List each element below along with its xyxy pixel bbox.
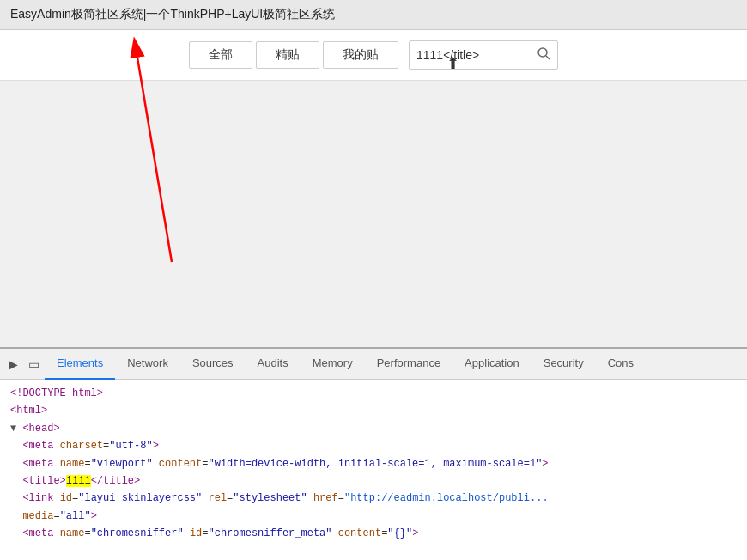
tab-security[interactable]: Security <box>531 349 596 380</box>
devtools-panel: ▶ ▭ Elements Network Sources Audits Memo… <box>0 347 747 560</box>
devtools-mobile-icon[interactable]: ▭ <box>23 354 45 374</box>
tab-sources[interactable]: Sources <box>180 349 246 380</box>
code-line-html: <html> <box>0 402 747 419</box>
code-line-meta-charset: <meta charset="utf-8"> <box>0 437 747 454</box>
code-line-media: media="all"> <box>0 508 747 525</box>
browser-title-bar: EasyAdmin极简社区系统|一个ThinkPHP+LayUI极简社区系统 <box>0 0 747 30</box>
devtools-tab-bar: ▶ ▭ Elements Network Sources Audits Memo… <box>0 349 747 380</box>
code-line-meta-viewport: <meta name="viewport" content="width=dev… <box>0 455 747 472</box>
tab-memory[interactable]: Memory <box>301 349 365 380</box>
tab-audits[interactable]: Audits <box>246 349 301 380</box>
code-line-doctype: <!DOCTYPE html> <box>0 385 747 402</box>
devtools-code-view: <!DOCTYPE html> <html> ▼ <head> <meta ch… <box>0 380 747 560</box>
tab-elements[interactable]: Elements <box>45 349 115 380</box>
tab-network[interactable]: Network <box>115 349 180 380</box>
page-title: EasyAdmin极简社区系统|一个ThinkPHP+LayUI极简社区系统 <box>10 7 335 22</box>
code-line-head: ▼ <head> <box>0 420 747 437</box>
annotation-arrow <box>0 30 747 369</box>
code-line-chromesniffer: <meta name="chromesniffer" id="chromesni… <box>0 525 747 542</box>
tab-performance[interactable]: Performance <box>365 349 452 380</box>
svg-line-3 <box>137 58 172 262</box>
code-line-title: <title>1111</title> <box>0 472 747 490</box>
main-content: 全部 精贴 我的贴 ⬆ <box>0 30 747 369</box>
tab-application[interactable]: Application <box>452 349 531 380</box>
code-line-link: <link id="layui-skinlayercss" rel="style… <box>0 490 747 507</box>
devtools-inspect-icon[interactable]: ▶ <box>3 354 23 374</box>
tab-cons[interactable]: Cons <box>596 349 646 380</box>
